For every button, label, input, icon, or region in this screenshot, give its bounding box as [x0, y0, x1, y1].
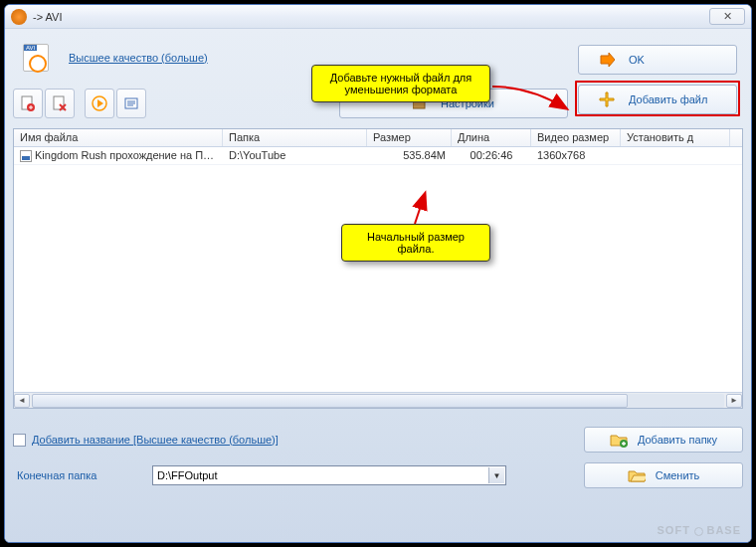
- add-file-highlight: [575, 81, 740, 116]
- chevron-down-icon: ▼: [488, 467, 504, 483]
- output-folder-label: Конечная папка: [13, 469, 152, 481]
- watermark-o-icon: [694, 527, 703, 536]
- info-button[interactable]: [116, 89, 146, 118]
- svg-marker-0: [601, 53, 615, 67]
- page-plus-icon: [20, 95, 36, 111]
- ok-button[interactable]: OK: [578, 45, 737, 75]
- bottom-panel: Добавить название [Высшее качество (боль…: [13, 427, 743, 488]
- app-icon: [11, 9, 27, 25]
- td-filename: Kingdom Rush прохождение на ПК ...: [14, 147, 223, 164]
- content-area: OK Добавить файл Высшее качество (больше…: [5, 29, 751, 542]
- arrow-to-add-file: [490, 79, 580, 128]
- table-row[interactable]: Kingdom Rush прохождение на ПК ... D:\Yo…: [14, 147, 742, 165]
- th-videosize[interactable]: Видео размер: [531, 129, 621, 146]
- output-folder-value: D:\FFOutput: [157, 469, 218, 481]
- remove-page-button[interactable]: [45, 89, 75, 118]
- watermark: SOFT BASE: [658, 524, 741, 536]
- file-table: Имя файла Папка Размер Длина Видео разме…: [13, 128, 743, 409]
- add-page-button[interactable]: [13, 89, 43, 118]
- ok-arrow-icon: [599, 52, 615, 68]
- th-length[interactable]: Длина: [452, 129, 531, 146]
- scroll-left-button[interactable]: ◄: [14, 394, 30, 408]
- avi-format-icon: [23, 44, 49, 72]
- td-size: 535.84M: [367, 147, 452, 164]
- folder-open-icon: [628, 467, 646, 483]
- callout-add-file: Добавьте нужный файл для уменьшения форм…: [311, 65, 490, 102]
- scroll-thumb[interactable]: [32, 394, 628, 408]
- td-set: [621, 147, 730, 164]
- info-icon: [123, 95, 139, 111]
- window-title: -> AVI: [33, 11, 62, 23]
- table-header: Имя файла Папка Размер Длина Видео разме…: [14, 129, 742, 147]
- th-size[interactable]: Размер: [367, 129, 452, 146]
- add-title-row: Добавить название [Высшее качество (боль…: [13, 427, 743, 453]
- th-filename[interactable]: Имя файла: [14, 129, 223, 146]
- th-folder[interactable]: Папка: [223, 129, 367, 146]
- scroll-right-button[interactable]: ►: [726, 394, 742, 408]
- td-length: 00:26:46: [452, 147, 531, 164]
- video-file-icon: [20, 150, 32, 162]
- th-set[interactable]: Установить д: [621, 129, 730, 146]
- horizontal-scrollbar[interactable]: ◄ ►: [14, 392, 742, 408]
- scroll-track[interactable]: [32, 394, 724, 408]
- add-folder-button[interactable]: Добавить папку: [584, 427, 743, 453]
- page-x-icon: [52, 95, 68, 111]
- titlebar: -> AVI ✕: [5, 5, 751, 29]
- td-folder: D:\YouTube: [223, 147, 367, 164]
- change-folder-button[interactable]: Сменить: [584, 462, 743, 488]
- close-button[interactable]: ✕: [709, 8, 745, 25]
- arrow-to-size: [401, 188, 441, 228]
- add-title-link[interactable]: Добавить название [Высшее качество (боль…: [32, 434, 279, 446]
- play-button[interactable]: [85, 89, 114, 118]
- play-icon: [92, 95, 107, 111]
- app-window: -> AVI ✕ OK Добавить файл Высшее качеств…: [4, 4, 752, 543]
- output-row: Конечная папка D:\FFOutput ▼ Сменить: [13, 462, 743, 488]
- quality-link[interactable]: Высшее качество (больше): [69, 52, 208, 64]
- output-folder-select[interactable]: D:\FFOutput ▼: [152, 465, 506, 485]
- folder-plus-icon: [610, 432, 628, 448]
- add-title-checkbox[interactable]: [13, 434, 26, 447]
- svg-marker-5: [97, 99, 103, 107]
- callout-size: Начальный размер файла.: [341, 224, 490, 262]
- td-videosize: 1360x768: [531, 147, 621, 164]
